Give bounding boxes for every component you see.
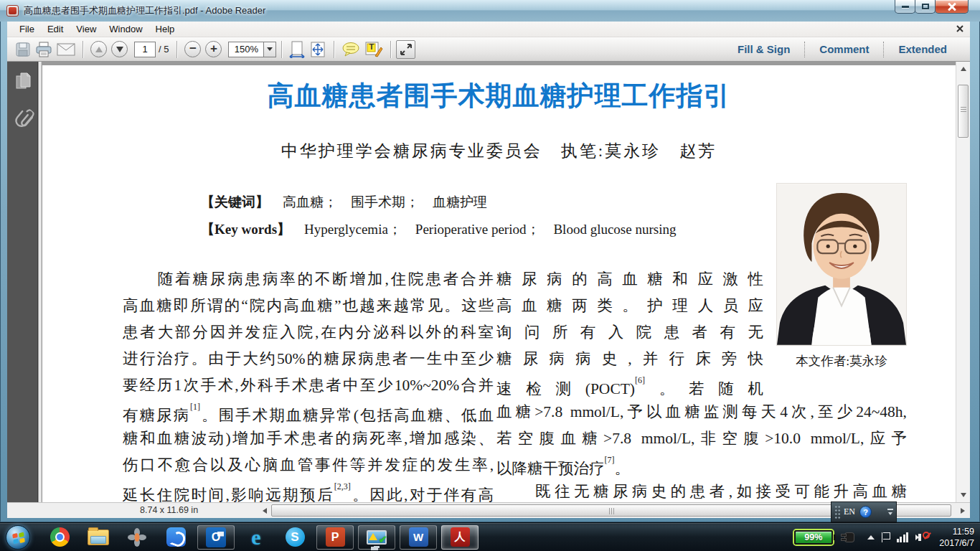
previous-page-button[interactable] [90,41,107,57]
volume-button[interactable] [915,532,930,543]
langbar-minimize-icon[interactable] [887,509,893,510]
page-number-input[interactable]: 1 [134,42,156,57]
battery-indicator[interactable]: 99% [794,530,833,545]
print-button[interactable] [35,42,52,57]
arrow-right-icon [961,508,965,514]
toolbar-separator [334,41,334,58]
comment-panel-button[interactable]: Comment [805,43,883,55]
langbar-options-icon[interactable] [888,512,892,515]
taskbar-word-button[interactable]: W [400,525,437,550]
save-button[interactable] [15,42,31,57]
keywords-text: 高血糖； 围手术期； 血糖护理 [269,194,487,209]
blue-app-icon [166,527,186,547]
photo-caption: 本文作者:莫永珍 [769,352,914,369]
menu-item-help[interactable]: Help [149,22,182,36]
text-line: 糖尿病的高血糖和应激性 [496,266,763,293]
author-photo [776,183,907,346]
toolbar-separator [176,41,177,58]
arrow-down-icon [961,493,966,497]
desktop-screen: 高血糖患者围手术期血糖护理工作指引.pdf - Adobe Reader Fil… [0,0,980,551]
language-bar[interactable]: EN ? [831,501,897,522]
zoom-out-button[interactable]: − [184,41,201,57]
window-titlebar[interactable]: 高血糖患者围手术期血糖护理工作指引.pdf - Adobe Reader [0,0,980,22]
text-line: 糖尿病病史,并行床旁快 [496,346,763,372]
start-button[interactable] [6,525,30,550]
text-line: 有糖尿病[1]。围手术期血糖异常(包括高血糖、低血 [123,399,494,425]
maximize-icon [922,4,929,9]
menu-item-window[interactable]: Window [103,22,149,36]
text-line: 随着糖尿病患病率的不断增加,住院患者合并 [123,266,494,293]
text-line: 血糖>7.8 mmol/L,予以血糖监测每天4次,至少24~48h, [496,399,907,425]
status-bar: 8.74 x 11.69 in [7,502,970,518]
menu-item-edit[interactable]: Edit [41,22,70,36]
scroll-left-button[interactable] [258,504,270,517]
menu-item-file[interactable]: File [13,22,41,36]
taskbar-chrome-button[interactable] [44,524,75,550]
taskbar-blue-app-button[interactable] [160,524,192,550]
email-button[interactable] [57,42,75,57]
keywords-label: 【关键词】 [201,194,269,209]
arrow-up-icon [95,47,103,52]
skype-icon: S [286,527,305,547]
vertical-scrollbar[interactable] [956,62,970,502]
taskbar: O e S P ✔ W 人 99% 11:59 2017/6/7 [0,522,980,551]
show-hidden-icons-button[interactable] [867,535,875,540]
print-icon [35,42,52,57]
pdf-page: 高血糖患者围手术期血糖护理工作指引 中华护理学会糖尿病专业委员会 执笔:莫永珍 … [42,65,956,502]
page-thumbnails-icon [14,72,32,92]
keywords-en-label: 【Key words】 [201,222,291,237]
menu-item-view[interactable]: View [70,22,103,36]
taskbar-ie-button[interactable]: e [240,524,272,550]
minimize-button[interactable] [895,0,915,14]
clock-time: 11:59 [939,526,974,537]
sidebar-splitter[interactable] [39,62,42,502]
minus-icon: − [189,42,197,55]
help-button[interactable]: ? [859,506,872,518]
menubar-close-icon[interactable] [956,24,964,33]
arrow-up-icon [961,67,966,71]
action-center-button[interactable] [882,532,890,542]
fit-width-button[interactable] [289,41,305,58]
zoom-dropdown-button[interactable] [264,42,276,57]
toolbar-separator [390,41,391,58]
taskbar-outlook-button[interactable]: O [197,525,235,550]
email-icon [57,42,75,57]
fill-sign-button[interactable]: Fill & Sign [723,43,804,55]
close-button[interactable] [935,0,969,14]
attachments-button[interactable] [14,108,33,135]
page-thumbnails-button[interactable] [14,72,32,95]
taskbar-flower-app-button[interactable] [121,524,153,550]
zoom-in-button[interactable]: + [205,41,222,57]
taskbar-explorer-button[interactable] [83,524,114,550]
text-line: 患者大部分因并发症入院,在内分泌科以外的科室 [123,319,494,346]
scroll-down-button[interactable] [956,489,970,501]
maximize-button[interactable] [915,0,936,14]
taskbar-powerpoint-button[interactable]: P [316,525,354,550]
language-indicator[interactable]: EN [844,507,855,517]
taskbar-clock[interactable]: 11:59 2017/6/7 [939,526,974,549]
vertical-scroll-thumb[interactable] [958,85,969,138]
next-page-button[interactable] [111,41,128,57]
taskbar-adobe-reader-button[interactable]: 人 [441,525,479,550]
scroll-right-button[interactable] [956,504,969,517]
highlight-text-button[interactable]: T [364,41,383,58]
power-plug-icon [841,531,857,544]
scroll-up-button[interactable] [956,63,970,75]
zoom-level-input[interactable]: 150% [228,42,264,57]
toolbar: 1 / 5 − + 150% [7,37,970,62]
drag-grip-icon[interactable] [834,505,841,519]
taskbar-system-check-button[interactable]: ✔ [358,525,395,550]
fit-page-button[interactable] [309,41,326,58]
text-line: 延长住院时间,影响远期预后[2,3]。因此,对于伴有高 [123,479,494,502]
text-line: 要经历1次手术,外科手术患者中至少10%~20%合并 [123,372,494,399]
extended-panel-button[interactable]: Extended [884,43,961,55]
comment-balloon-button[interactable] [341,42,360,57]
taskbar-skype-button[interactable]: S [279,524,311,550]
window-title: 高血糖患者围手术期血糖护理工作指引.pdf - Adobe Reader [24,4,265,17]
article-byline: 中华护理学会糖尿病专业委员会 执笔:莫永珍 赵芳 [42,140,956,162]
windows-logo-icon [12,532,25,543]
text-line: 高血糖即所谓的“院内高血糖”也越来越常见。这些 [123,293,494,319]
toolbar-right-tools: Fill & Sign Comment Extended [723,42,961,57]
fullscreen-button[interactable] [396,40,415,59]
network-button[interactable] [897,532,909,542]
